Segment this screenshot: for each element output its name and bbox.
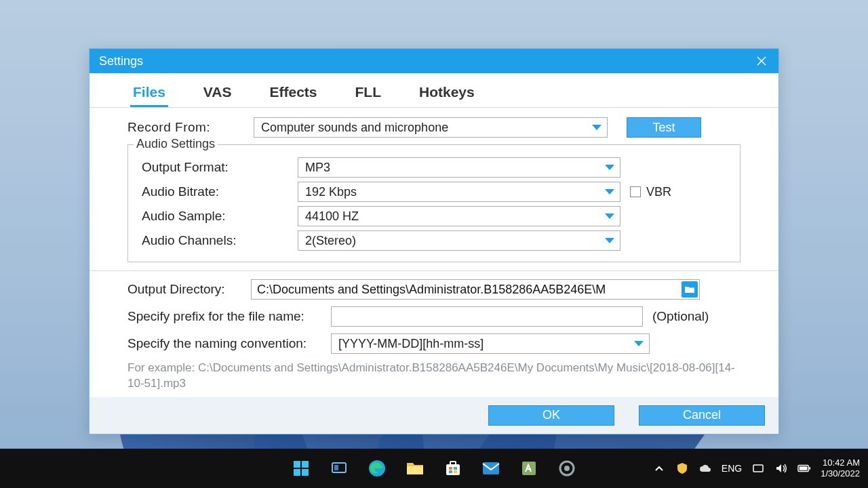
taskview-icon — [330, 460, 348, 477]
clock-time: 10:42 AM — [821, 458, 860, 468]
clock-date: 1/30/2022 — [821, 468, 860, 479]
svg-rect-16 — [483, 462, 499, 474]
battery-tray-icon[interactable] — [797, 462, 811, 475]
svg-rect-14 — [449, 470, 452, 473]
window-title: Settings — [99, 54, 143, 68]
tab-hotkeys[interactable]: Hotkeys — [416, 80, 477, 107]
svg-rect-4 — [294, 469, 300, 476]
ok-button[interactable]: OK — [488, 405, 614, 426]
audio-bitrate-select[interactable]: 192 Kbps — [298, 182, 620, 202]
store-button[interactable] — [441, 457, 465, 480]
edge-button[interactable] — [366, 457, 389, 480]
tab-effects[interactable]: Effects — [267, 80, 319, 107]
taskbar: ENG 10:42 AM 1/30/2022 — [0, 449, 868, 488]
svg-rect-7 — [334, 465, 338, 470]
chevron-down-icon — [605, 214, 614, 219]
audio-sample-label: Audio Sample: — [142, 209, 298, 224]
test-button[interactable]: Test — [627, 117, 701, 138]
cancel-button[interactable]: Cancel — [639, 405, 765, 426]
divider — [90, 270, 778, 271]
record-from-label: Record From: — [127, 120, 254, 135]
start-button[interactable] — [290, 457, 313, 480]
svg-rect-10 — [446, 464, 460, 475]
tab-files[interactable]: Files — [130, 80, 168, 107]
audio-channels-select[interactable]: 2(Stereo) — [298, 230, 620, 251]
dialog-actions: OK Cancel — [90, 397, 778, 434]
titlebar[interactable]: Settings — [90, 49, 778, 73]
vbr-checkbox[interactable] — [630, 186, 641, 197]
chevron-down-icon — [592, 125, 601, 130]
tray-chevron[interactable] — [652, 462, 666, 475]
shield-icon — [676, 462, 688, 474]
prefix-input[interactable] — [331, 306, 643, 327]
edge-icon — [368, 459, 387, 478]
tabs: Files VAS Effects FLL Hotkeys — [90, 73, 778, 108]
audio-sample-select[interactable]: 44100 HZ — [298, 206, 620, 226]
cloud-icon — [698, 464, 712, 473]
explorer-button[interactable] — [403, 457, 427, 480]
output-format-select[interactable]: MP3 — [298, 157, 620, 178]
app-button[interactable] — [517, 457, 540, 480]
svg-rect-13 — [454, 467, 457, 470]
audio-channels-label: Audio Channels: — [142, 233, 298, 248]
chevron-up-icon — [654, 465, 664, 472]
svg-rect-3 — [302, 461, 309, 468]
naming-convention-value: [YYYY-MM-DD][hh-mm-ss] — [338, 337, 484, 351]
browse-button[interactable] — [682, 281, 698, 298]
audio-sample-value: 44100 HZ — [305, 209, 359, 224]
optional-hint: (Optional) — [652, 309, 709, 324]
svg-rect-9 — [407, 466, 423, 474]
close-button[interactable] — [751, 51, 772, 71]
audio-settings-legend: Audio Settings — [134, 137, 218, 151]
folder-icon — [406, 460, 425, 476]
chevron-down-icon — [605, 189, 614, 195]
taskbar-clock[interactable]: 10:42 AM 1/30/2022 — [821, 458, 860, 479]
svg-rect-15 — [454, 470, 457, 473]
battery-icon — [797, 464, 811, 473]
svg-rect-22 — [809, 467, 810, 470]
naming-convention-label: Specify the naming convention: — [127, 336, 331, 351]
folder-icon — [684, 285, 695, 293]
prefix-label: Specify prefix for the file name: — [127, 309, 331, 324]
example-text: For example: C:\Documents and Settings\A… — [127, 361, 741, 392]
mail-button[interactable] — [479, 457, 502, 480]
vbr-label: VBR — [646, 185, 671, 199]
svg-point-19 — [564, 466, 570, 471]
naming-convention-select[interactable]: [YYYY-MM-DD][hh-mm-ss] — [331, 333, 650, 354]
audio-bitrate-value: 192 Kbps — [305, 185, 357, 199]
settings-taskbar-button[interactable] — [555, 457, 578, 480]
network-icon — [752, 463, 764, 474]
svg-rect-23 — [800, 466, 808, 470]
audio-settings-group: Audio Settings Output Format: MP3 Audio … — [127, 144, 741, 262]
record-from-select[interactable]: Computer sounds and microphone — [254, 117, 608, 138]
record-from-value: Computer sounds and microphone — [261, 121, 448, 135]
svg-rect-20 — [753, 465, 763, 472]
output-format-value: MP3 — [305, 161, 330, 175]
gear-icon — [557, 459, 576, 478]
svg-rect-12 — [449, 467, 452, 470]
audio-bitrate-label: Audio Bitrate: — [142, 184, 298, 199]
network-tray-icon[interactable] — [751, 462, 765, 475]
chevron-down-icon — [634, 341, 644, 346]
app-icon — [520, 460, 538, 477]
tab-vas[interactable]: VAS — [201, 80, 235, 107]
security-tray-icon[interactable] — [675, 462, 689, 475]
output-directory-input[interactable] — [251, 279, 700, 300]
store-icon — [444, 460, 462, 477]
tab-fll[interactable]: FLL — [353, 80, 384, 107]
output-directory-label: Output Directory: — [127, 282, 251, 297]
close-icon — [756, 56, 767, 66]
output-format-label: Output Format: — [142, 160, 298, 175]
taskview-button[interactable] — [328, 457, 351, 480]
svg-rect-2 — [294, 461, 300, 468]
svg-rect-11 — [450, 462, 456, 465]
volume-tray-icon[interactable] — [774, 462, 788, 475]
settings-dialog: Settings Files VAS Effects FLL Hotkeys R… — [89, 48, 779, 434]
onedrive-tray-icon[interactable] — [698, 462, 712, 475]
mail-icon — [481, 461, 500, 476]
svg-rect-5 — [302, 469, 309, 476]
windows-icon — [292, 460, 310, 477]
language-indicator[interactable]: ENG — [722, 463, 742, 474]
chevron-down-icon — [605, 238, 614, 243]
audio-channels-value: 2(Stereo) — [305, 234, 356, 248]
